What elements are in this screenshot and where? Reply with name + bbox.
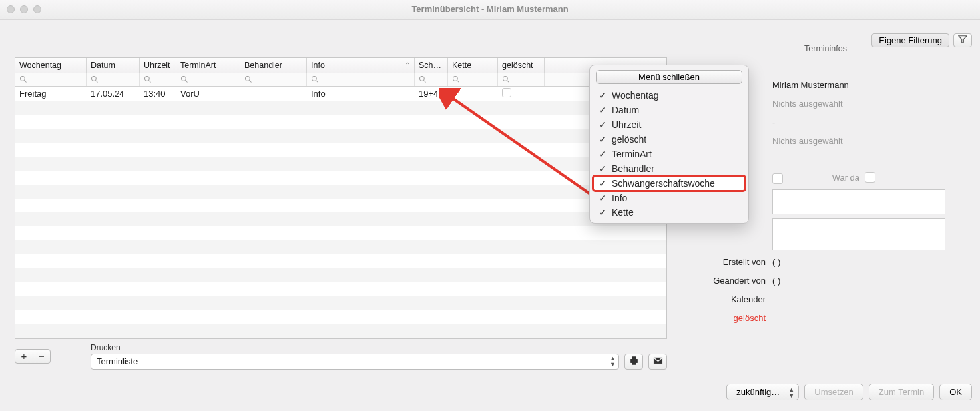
col-behandler[interactable]: Behandler	[240, 58, 307, 73]
table-row[interactable]	[15, 171, 666, 185]
print-template-select[interactable]: Terminliste ▲▼	[91, 354, 619, 370]
table-body: Freitag17.05.2413:40VorUInfo19+4	[15, 87, 666, 338]
sort-asc-icon: ⌃	[405, 61, 410, 69]
print-template-value: Terminliste	[97, 356, 138, 366]
table-row[interactable]	[15, 199, 666, 212]
table-row[interactable]	[15, 101, 666, 115]
kalender-label: Kalender	[679, 294, 772, 304]
svg-rect-20	[632, 362, 636, 364]
filter-info[interactable]	[307, 73, 415, 86]
filter-wochentag[interactable]	[15, 73, 87, 86]
cell-terminart: VorU	[176, 89, 240, 99]
col-info[interactable]: Info⌃	[307, 58, 415, 73]
filter-sch[interactable]	[415, 73, 448, 86]
table-row[interactable]	[15, 143, 666, 157]
table-filter-row	[15, 73, 666, 87]
menu-item-label: Schwangerschaftswoche	[612, 178, 715, 189]
email-button[interactable]	[648, 354, 667, 370]
cell-geloescht	[498, 88, 545, 99]
table-row[interactable]	[15, 310, 666, 324]
table-row[interactable]	[15, 115, 666, 129]
col-geloescht[interactable]: gelöscht	[498, 58, 545, 73]
window-title: Terminübersicht - Miriam Mustermann	[0, 4, 980, 14]
deleted-checkbox[interactable]	[502, 88, 511, 97]
menu-item-kette[interactable]: ✓Kette	[593, 205, 745, 220]
table-row[interactable]	[15, 157, 666, 171]
textbox-2[interactable]	[772, 218, 945, 250]
table-row[interactable]	[15, 185, 666, 199]
warda-label: War da	[832, 173, 859, 183]
menu-item-datum[interactable]: ✓Datum	[593, 103, 745, 117]
geaendert-label: Geändert von	[679, 276, 772, 286]
ok-button[interactable]: OK	[939, 384, 972, 400]
svg-line-7	[186, 81, 188, 83]
table-row[interactable]	[15, 282, 666, 296]
col-terminart[interactable]: TerminArt	[176, 58, 240, 73]
menu-close-button[interactable]: Menü schließen	[596, 70, 742, 84]
col-sch[interactable]: Sch…	[415, 58, 448, 73]
col-kette[interactable]: Kette	[448, 58, 498, 73]
add-remove-segment: + −	[15, 349, 51, 364]
check-icon: ✓	[599, 163, 607, 174]
add-row-button[interactable]: +	[15, 350, 33, 363]
filter-terminart[interactable]	[176, 73, 240, 86]
svg-point-2	[92, 77, 97, 81]
remove-row-button[interactable]: −	[33, 350, 50, 363]
warda-checkbox[interactable]	[865, 172, 875, 183]
print-button[interactable]	[624, 354, 643, 370]
zum-termin-button[interactable]: Zum Termin	[869, 384, 934, 400]
table-row[interactable]	[15, 268, 666, 282]
svg-line-3	[96, 81, 98, 83]
textbox-1[interactable]	[772, 189, 945, 214]
filter-uhrzeit[interactable]	[140, 73, 176, 86]
menu-item-wochentag[interactable]: ✓Wochentag	[593, 88, 745, 103]
column-menu-popup: Menü schließen ✓Wochentag✓Datum✓Uhrzeit✓…	[589, 65, 749, 224]
svg-line-11	[316, 81, 318, 83]
svg-rect-19	[632, 357, 636, 360]
menu-item-label: Datum	[612, 105, 639, 115]
menu-item-behandler[interactable]: ✓Behandler	[593, 161, 745, 176]
termininfos-header: Termininfos	[679, 44, 972, 53]
search-icon	[311, 75, 319, 83]
table-row[interactable]	[15, 212, 666, 226]
col-datum[interactable]: Datum	[87, 58, 140, 73]
menu-item-uhrzeit[interactable]: ✓Uhrzeit	[593, 117, 745, 132]
svg-point-6	[182, 77, 186, 81]
menu-item-info[interactable]: ✓Info	[593, 191, 745, 205]
checkbox-left[interactable]	[772, 173, 783, 184]
table-row[interactable]: Freitag17.05.2413:40VorUInfo19+4	[15, 87, 666, 101]
check-icon: ✓	[599, 134, 607, 145]
filter-geloescht[interactable]	[498, 73, 545, 86]
col-uhrzeit[interactable]: Uhrzeit	[140, 58, 176, 73]
filter-behandler[interactable]	[240, 73, 307, 86]
selection-1: Nichts ausgewählt	[772, 99, 972, 109]
table-row[interactable]	[15, 254, 666, 268]
umsetzen-button[interactable]: Umsetzen	[804, 384, 863, 400]
col-wochentag[interactable]: Wochentag	[15, 58, 87, 73]
menu-item-label: Info	[612, 193, 627, 203]
svg-line-15	[457, 81, 459, 83]
geloescht-label: gelöscht	[679, 313, 772, 323]
search-icon	[144, 75, 152, 83]
dash-value: -	[772, 117, 972, 127]
zukuenftig-select[interactable]: zukünftig… ▲▼	[726, 384, 799, 400]
filter-kette[interactable]	[448, 73, 498, 86]
table-row[interactable]	[15, 296, 666, 310]
erstellt-label: Erstellt von	[679, 257, 772, 267]
cell-info: Info	[307, 89, 415, 99]
table-row[interactable]	[15, 324, 666, 338]
filter-datum[interactable]	[87, 73, 140, 86]
check-icon: ✓	[599, 178, 607, 189]
table-row[interactable]	[15, 226, 666, 240]
menu-item-terminart[interactable]: ✓TerminArt	[593, 147, 745, 161]
search-icon	[91, 75, 99, 83]
cell-wochentag: Freitag	[15, 89, 87, 99]
table-row[interactable]	[15, 240, 666, 254]
menu-item-gelöscht[interactable]: ✓gelöscht	[593, 132, 745, 147]
table-row[interactable]	[15, 129, 666, 143]
menu-item-label: TerminArt	[612, 149, 652, 159]
check-icon: ✓	[599, 105, 607, 115]
menu-item-schwangerschaftswoche[interactable]: ✓Schwangerschaftswoche	[593, 176, 745, 191]
svg-point-16	[503, 77, 508, 81]
search-icon	[419, 75, 427, 83]
